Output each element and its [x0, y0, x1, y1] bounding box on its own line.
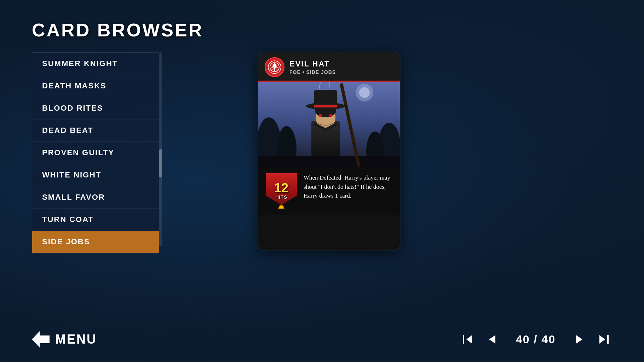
sidebar-item-proven-guilty[interactable]: PROVEN GUILTY [32, 142, 159, 164]
card-text: When Defeated: Harry's player may shout … [304, 173, 393, 200]
scrollbar[interactable] [159, 52, 162, 246]
scrollbar-thumb[interactable] [159, 149, 162, 177]
bottom-navigation: MENU 40 / 40 [0, 331, 644, 348]
previous-page-button[interactable] [483, 331, 500, 348]
svg-marker-23 [32, 331, 50, 348]
card-display: EVIL HAT FOE • SIDE JOBS [258, 52, 400, 250]
svg-marker-27 [576, 335, 582, 344]
shield-shape: 12 HITS [266, 173, 297, 205]
hits-number: 12 [274, 182, 288, 194]
svg-rect-13 [258, 156, 400, 167]
page-counter: 40 / 40 [507, 333, 564, 346]
first-page-button[interactable] [459, 331, 476, 348]
sidebar: SUMMER KNIGHT DEATH MASKS BLOOD RITES DE… [32, 52, 159, 253]
svg-marker-26 [489, 335, 495, 344]
card-illustration [258, 82, 400, 167]
card-title: EVIL HAT [289, 59, 336, 69]
svg-point-8 [359, 87, 370, 98]
sidebar-item-death-masks[interactable]: DEATH MASKS [32, 75, 159, 97]
card-subtitle: FOE • SIDE JOBS [289, 69, 336, 75]
hits-label: HITS [275, 194, 287, 200]
sidebar-item-blood-rites[interactable]: BLOOD RITES [32, 97, 159, 119]
card-header-text: EVIL HAT FOE • SIDE JOBS [289, 59, 336, 75]
page-title: CARD BROWSER [32, 19, 203, 41]
svg-rect-28 [607, 335, 609, 344]
svg-rect-20 [314, 105, 337, 107]
svg-rect-5 [273, 64, 276, 67]
sidebar-item-dead-beat[interactable]: DEAD BEAT [32, 119, 159, 142]
menu-button[interactable]: MENU [32, 331, 97, 348]
svg-point-22 [329, 114, 333, 117]
card-bottom: 12 HITS When Defeated: Harry's player ma… [258, 167, 400, 215]
menu-label: MENU [55, 332, 97, 347]
sidebar-item-small-favor[interactable]: SMALL FAVOR [32, 186, 159, 209]
back-arrow-icon [32, 331, 50, 348]
hits-badge: 12 HITS [265, 173, 297, 209]
sidebar-item-turn-coat[interactable]: TURN COAT [32, 209, 159, 231]
svg-rect-24 [463, 335, 464, 344]
sidebar-item-summer-knight[interactable]: SUMMER KNIGHT [32, 53, 159, 75]
pagination-controls: 40 / 40 [459, 331, 612, 348]
sidebar-item-side-jobs[interactable]: SIDE JOBS [32, 231, 159, 253]
svg-marker-25 [466, 335, 472, 344]
next-page-button[interactable] [571, 331, 588, 348]
last-page-button[interactable] [595, 331, 612, 348]
card-logo [265, 57, 284, 77]
sidebar-item-white-night[interactable]: WHITE NIGHT [32, 164, 159, 186]
svg-marker-29 [599, 335, 605, 344]
svg-point-21 [318, 114, 322, 117]
card-header: EVIL HAT FOE • SIDE JOBS [258, 52, 400, 82]
